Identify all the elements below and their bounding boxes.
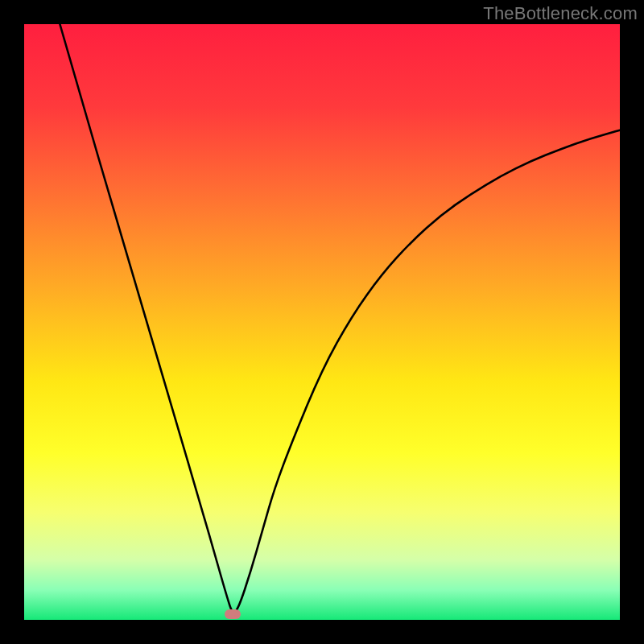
optimal-point-marker	[225, 609, 241, 619]
watermark-text: TheBottleneck.com	[483, 3, 638, 24]
plot-area	[24, 24, 620, 620]
chart-frame: TheBottleneck.com	[0, 0, 644, 644]
curve-svg	[24, 24, 620, 620]
bottleneck-curve	[60, 24, 620, 612]
